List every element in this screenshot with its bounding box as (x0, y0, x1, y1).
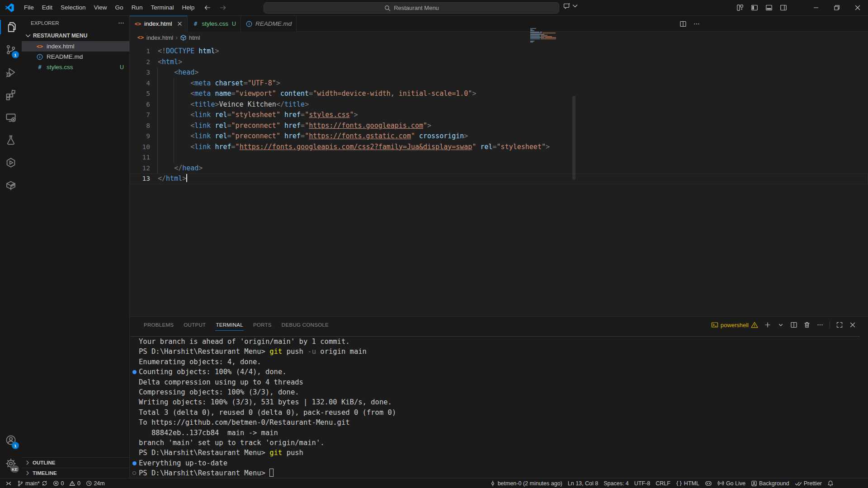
toggle-sidebar-icon[interactable] (749, 2, 760, 13)
terminal-line-4: Counting objects: 100% (4/4), done. (130, 367, 868, 377)
chevron-right-icon (24, 460, 31, 466)
close-button[interactable] (847, 0, 868, 15)
activity-containers[interactable] (0, 174, 22, 197)
testing-icon (5, 135, 16, 145)
statusbar-background-extension[interactable]: Background (748, 479, 792, 488)
section-outline[interactable]: OUTLINE (22, 457, 129, 468)
activity-explorer[interactable] (0, 16, 22, 38)
statusbar-errors[interactable]: 0 (50, 479, 66, 488)
code-editor[interactable]: 1<!DOCTYPE html>2<html>3 <head>4 <meta c… (130, 43, 868, 316)
menu-view[interactable]: View (90, 2, 111, 14)
new-terminal-icon[interactable] (764, 321, 771, 328)
menu-go[interactable]: Go (111, 2, 127, 14)
line-content: <link href="https://fonts.googleapis.com… (158, 142, 550, 153)
activity-remote-explorer[interactable] (0, 106, 22, 129)
activity-run-and-debug[interactable] (0, 61, 22, 84)
code-line-8: 8 <link rel="preconnect" href="https://f… (130, 121, 868, 131)
close-panel-icon[interactable] (849, 321, 856, 328)
panel-tab-problems[interactable]: PROBLEMS (139, 317, 179, 333)
close-tab-icon[interactable] (177, 21, 183, 27)
statusbar-git-blame[interactable]: betmen-0 (2 minutes ago) (487, 479, 565, 488)
split-terminal-icon[interactable] (790, 321, 797, 328)
maximize-panel-icon[interactable] (836, 321, 843, 328)
statusbar-encoding[interactable]: UTF-8 (632, 479, 653, 488)
file-label: styles.css (47, 64, 73, 70)
line-number: 2 (130, 57, 150, 68)
git-status-badge: U (120, 64, 124, 70)
menu-selection[interactable]: Selection (57, 2, 90, 14)
menu-help[interactable]: Help (178, 2, 198, 14)
statusbar-copilot[interactable] (702, 479, 715, 488)
folder-section-header[interactable]: RESTAURANT MENU (22, 30, 129, 41)
terminal-output[interactable]: Your branch is ahead of 'origin/main' by… (130, 333, 868, 478)
panel-tab-output[interactable]: OUTPUT (179, 317, 211, 333)
tab-label: index.html (144, 20, 172, 27)
statusbar-time-tracker[interactable]: 24m (83, 479, 108, 488)
line-number: 12 (130, 163, 150, 174)
activity-settings[interactable]: KE (0, 452, 22, 475)
forward-arrow-icon[interactable] (217, 2, 229, 14)
explorer-more-actions-icon[interactable] (118, 19, 125, 27)
statusbar-language-mode[interactable]: HTML (673, 479, 702, 488)
activity-testing[interactable] (0, 129, 22, 151)
section-timeline[interactable]: TIMELINE (22, 468, 129, 478)
activity-hexagon-extension[interactable] (0, 151, 22, 174)
statusbar-prettier[interactable]: Prettier (792, 479, 825, 488)
panel-tab-terminal[interactable]: TERMINAL (211, 317, 248, 333)
terminal-instance[interactable]: powershell (711, 321, 758, 328)
kill-terminal-icon[interactable] (803, 321, 811, 328)
editor-more-actions-icon[interactable] (693, 20, 700, 28)
chevron-down-icon (571, 2, 579, 9)
line-content: <!DOCTYPE html> (158, 46, 219, 57)
menu-edit[interactable]: Edit (38, 2, 57, 14)
split-editor-icon[interactable] (679, 20, 687, 28)
window-controls (806, 0, 868, 15)
activity-accounts[interactable]: 1 (0, 428, 22, 452)
tab-styles-css[interactable]: #styles.cssU (188, 16, 241, 32)
statusbar-git-branch[interactable]: main* (14, 479, 50, 488)
statusbar-warnings[interactable]: 0 (66, 479, 83, 488)
copilot-chat-button[interactable] (563, 2, 579, 9)
activity-source-control[interactable]: 1 (0, 38, 22, 61)
statusbar-cursor-position[interactable]: Ln 13, Col 8 (565, 479, 601, 488)
activity-extensions[interactable] (0, 84, 22, 106)
terminal-dropdown-icon[interactable] (777, 321, 784, 328)
statusbar-notifications[interactable] (825, 479, 836, 488)
statusbar-remote-indicator[interactable] (3, 479, 14, 488)
file-row-README-md[interactable]: README.md (22, 52, 129, 62)
terminal-more-actions-icon[interactable] (816, 321, 824, 328)
command-decoration[interactable] (132, 461, 137, 465)
tab-README-md[interactable]: README.md (241, 16, 297, 32)
command-center-search[interactable]: Restaurant Menu (264, 2, 559, 14)
badge: 1 (12, 442, 19, 449)
line-content: <link rel="preconnect" href="https://fon… (158, 131, 468, 142)
statusbar-go-live[interactable]: Go Live (715, 479, 748, 488)
double-check-icon (795, 480, 802, 487)
customize-layout-icon[interactable] (734, 2, 746, 13)
toggle-secondary-sidebar-icon[interactable] (778, 2, 789, 13)
file-row-styles-css[interactable]: #styles.cssU (22, 62, 129, 72)
menu-file[interactable]: File (20, 2, 38, 14)
command-decoration[interactable] (132, 471, 136, 475)
tab-index-html[interactable]: <>index.html (130, 16, 188, 32)
menu-terminal[interactable]: Terminal (146, 2, 178, 14)
breadcrumb-item[interactable]: html (180, 34, 200, 41)
statusbar-indentation[interactable]: Spaces: 4 (601, 479, 632, 488)
statusbar-eol[interactable]: CRLF (653, 479, 673, 488)
terminal-line-14: PS D:\Harshit\Restaurant Menu> (130, 468, 868, 478)
minimize-button[interactable] (806, 0, 826, 15)
panel-tab-debug-console[interactable]: DEBUG CONSOLE (277, 317, 334, 333)
toggle-panel-icon[interactable] (763, 2, 775, 13)
minimap[interactable] (530, 28, 571, 43)
back-arrow-icon[interactable] (201, 2, 214, 14)
breadcrumb-item[interactable]: <>index.html (137, 34, 173, 41)
vscode-logo-icon[interactable] (5, 3, 14, 13)
broadcast-icon (717, 480, 724, 487)
restore-button[interactable] (826, 0, 847, 15)
editor-scrollbar[interactable] (572, 96, 576, 180)
shell-name: powershell (721, 322, 749, 328)
panel-tab-ports[interactable]: PORTS (248, 317, 277, 333)
command-decoration[interactable] (132, 370, 137, 374)
menu-run[interactable]: Run (127, 2, 147, 14)
file-row-index-html[interactable]: <>index.html (22, 41, 129, 52)
